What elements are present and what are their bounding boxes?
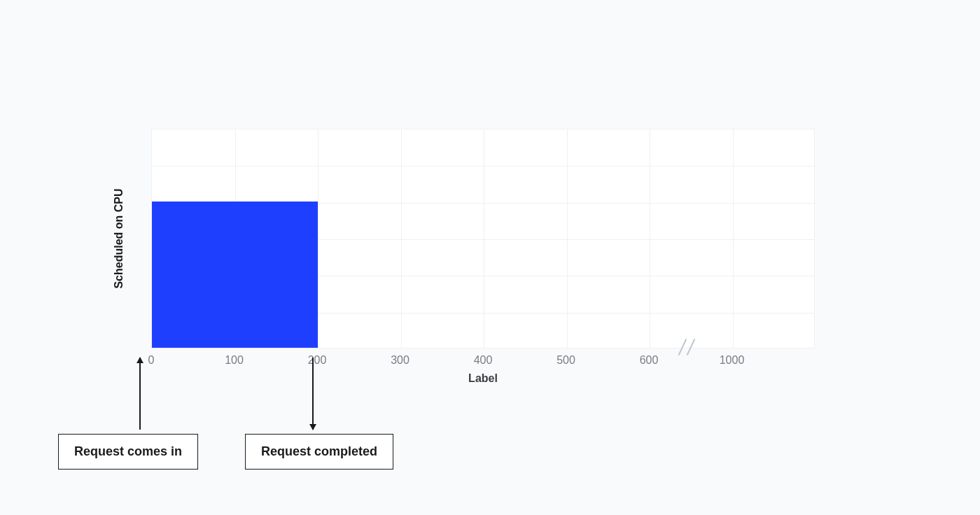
gridline-v [401,129,402,348]
x-tick: 0 [148,354,155,367]
gridline-h [152,166,814,167]
arrow-down-icon [312,358,314,430]
gridline-v [318,129,318,348]
axis-break-icon [682,338,699,355]
gridline-v [733,129,734,348]
x-tick: 100 [225,354,244,367]
x-tick: 1000 [720,354,745,367]
x-tick: 500 [556,354,575,367]
arrow-up-icon [139,358,141,430]
callout-request-in: Request comes in [58,434,198,470]
x-tick: 400 [474,354,493,367]
y-axis-label: Scheduled on CPU [113,188,125,288]
gridline-v [650,129,650,348]
x-tick: 200 [308,354,327,367]
gridline-v [567,129,568,348]
gridline-v [484,129,484,348]
chart-plot-area [151,129,815,348]
x-tick: 600 [640,354,659,367]
x-axis-label: Label [468,372,498,385]
x-tick: 300 [391,354,410,367]
scheduled-bar [152,202,318,348]
callout-request-done: Request completed [245,434,393,470]
